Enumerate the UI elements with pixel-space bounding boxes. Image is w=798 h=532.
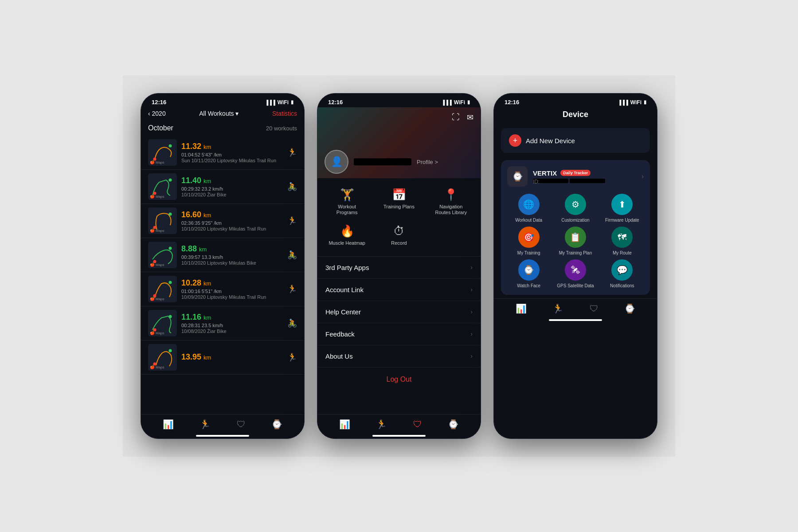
menu-help-center[interactable]: Help Center › bbox=[317, 301, 481, 323]
menu-account-link[interactable]: Account Link › bbox=[317, 279, 481, 301]
workout-type-icon: 🏃 bbox=[287, 216, 297, 226]
profile-background: ⛶ ✉ 👤 Profile > bbox=[317, 107, 481, 178]
nav-watch-1[interactable]: ⌚ bbox=[271, 419, 282, 430]
profile-link[interactable]: Profile > bbox=[417, 159, 438, 165]
workout-item[interactable]: 🍎Maps 13.95 km🏃 bbox=[141, 340, 304, 375]
time-2: 12:16 bbox=[328, 99, 343, 106]
workout-map: 🍎Maps bbox=[148, 242, 177, 268]
device-action-label-my-route: My Route bbox=[613, 250, 632, 256]
nav-stats-3[interactable]: 📊 bbox=[516, 303, 527, 314]
battery-icon-3: ▮ bbox=[644, 99, 646, 105]
quick-action-training-plans[interactable]: 📅 Training Plans bbox=[374, 184, 424, 219]
workout-meta: 02:36:35 9'25" /km bbox=[181, 220, 283, 226]
workout-item[interactable]: 🍎Maps 10.28 km01:00:16 5'51" /km10/09/20… bbox=[141, 272, 304, 306]
device-action-label-my-training: My Training bbox=[517, 250, 540, 256]
profile-info: 👤 Profile > bbox=[325, 150, 438, 174]
nav-shield-1[interactable]: 🛡 bbox=[237, 419, 246, 430]
workout-info: 13.95 km bbox=[181, 352, 283, 363]
menu-feedback[interactable]: Feedback › bbox=[317, 323, 481, 345]
svg-point-8 bbox=[169, 213, 172, 216]
back-button[interactable]: ‹ 2020 bbox=[148, 110, 166, 117]
filter-button[interactable]: All Workouts ▾ bbox=[199, 110, 239, 117]
time-1: 12:16 bbox=[152, 99, 166, 106]
workout-type-icon: 🏃 bbox=[287, 284, 297, 294]
nav-workout-1[interactable]: 🏃 bbox=[200, 419, 211, 430]
message-icon[interactable]: ✉ bbox=[467, 113, 473, 122]
device-action-label-notifications: Notifications bbox=[610, 283, 634, 289]
workout-programs-label: WorkoutPrograms bbox=[336, 204, 358, 215]
workout-item[interactable]: 🍎Maps 16.60 km02:36:35 9'25" /km10/10/20… bbox=[141, 204, 304, 238]
device-avatar: ⌚ bbox=[507, 166, 528, 187]
menu-about-us[interactable]: About Us › bbox=[317, 345, 481, 368]
device-action-workout-data[interactable]: 🌐Workout Data bbox=[507, 194, 550, 223]
workout-map: 🍎Maps bbox=[148, 310, 177, 336]
status-icons-1: ▐▐▐ WiFi ▮ bbox=[265, 99, 293, 106]
menu-label-about-us: About Us bbox=[325, 352, 353, 360]
device-action-firmware-update[interactable]: ⬆Firmware Update bbox=[601, 194, 644, 223]
workout-item[interactable]: 🍎Maps 8.88 km00:39:57 13.3 km/h10/10/202… bbox=[141, 238, 304, 272]
menu-3rd-party-apps[interactable]: 3rd Party Apps › bbox=[317, 257, 481, 279]
device-action-customization[interactable]: ⚙Customization bbox=[554, 194, 597, 223]
expand-icon[interactable]: ⛶ bbox=[452, 113, 460, 122]
device-action-my-route[interactable]: 🗺My Route bbox=[601, 227, 644, 256]
menu-list: 3rd Party Apps › Account Link › Help Cen… bbox=[317, 257, 481, 414]
device-action-my-training-plan[interactable]: 📋My Training Plan bbox=[554, 227, 597, 256]
nav-routes-label: NavigationRoutes Library bbox=[435, 204, 467, 215]
device-action-gps-satellite-data[interactable]: 🛰GPS Satellite Data bbox=[554, 259, 597, 289]
workout-info: 10.28 km01:00:16 5'51" /km10/09/2020 Lip… bbox=[181, 278, 283, 300]
workout-type-icon: 🚴 bbox=[287, 250, 297, 260]
nav-shield-2[interactable]: 🛡 bbox=[413, 419, 422, 430]
id-label: ID: bbox=[533, 179, 568, 183]
device-action-my-training[interactable]: 🎯My Training bbox=[507, 227, 550, 256]
statistics-button[interactable]: Statistics bbox=[272, 110, 297, 117]
workout-distance: 13.95 km bbox=[181, 352, 283, 362]
month-label: October bbox=[148, 124, 173, 132]
nav-workout-2[interactable]: 🏃 bbox=[376, 419, 387, 430]
nav-watch-3[interactable]: ⌚ bbox=[624, 303, 635, 314]
workout-date: 10/09/2020 Liptovsky Mikulas Trail Run bbox=[181, 294, 283, 300]
nav-stats-1[interactable]: 📊 bbox=[163, 419, 174, 430]
workout-info: 11.32 km01:04:52 5'43" /kmSun 10/11/2020… bbox=[181, 142, 283, 163]
profile-header-icons: ⛶ ✉ bbox=[452, 113, 473, 122]
workout-map: 🍎Maps bbox=[148, 173, 177, 200]
quick-action-workout-programs[interactable]: 🏋 WorkoutPrograms bbox=[322, 184, 372, 219]
workout-item[interactable]: 🍎Maps 11.32 km01:04:52 5'43" /kmSun 10/1… bbox=[141, 136, 304, 170]
daily-tracker-badge: Daily Tracker bbox=[560, 170, 591, 176]
workout-map: 🍎Maps bbox=[148, 139, 177, 166]
device-action-label-watch-face: Watch Face bbox=[517, 283, 540, 289]
workouts-header: ‹ 2020 All Workouts ▾ Statistics bbox=[141, 107, 304, 121]
workout-distance: 11.40 km bbox=[181, 176, 283, 185]
workout-date: 10/10/2020 Liptovsky Mikulas Trail Run bbox=[181, 226, 283, 231]
workout-meta: 00:28:31 23.5 km/h bbox=[181, 323, 283, 328]
svg-point-14 bbox=[169, 281, 172, 284]
workout-item[interactable]: 🍎Maps 11.40 km00:29:32 23.2 km/h10/10/20… bbox=[141, 170, 304, 204]
workout-distance: 11.32 km bbox=[181, 142, 283, 151]
chevron-feedback: › bbox=[470, 330, 473, 337]
quick-action-nav-routes[interactable]: 📍 NavigationRoutes Library bbox=[426, 184, 476, 219]
device-action-watch-face[interactable]: ⌚Watch Face bbox=[507, 259, 550, 289]
nav-watch-2[interactable]: ⌚ bbox=[448, 419, 459, 430]
logout-button[interactable]: Log Out bbox=[317, 368, 481, 391]
signal-icon-2: ▐▐▐ bbox=[441, 100, 451, 105]
avatar: 👤 bbox=[325, 150, 348, 174]
workout-meta: 01:04:52 5'43" /km bbox=[181, 152, 283, 157]
workout-item[interactable]: 🍎Maps 11.16 km00:28:31 23.5 km/h10/08/20… bbox=[141, 306, 304, 340]
id-value-redacted bbox=[570, 179, 605, 183]
quick-action-muscle-heatmap[interactable]: 🔥 Muscle Heatmap bbox=[322, 221, 372, 250]
nav-stats-2[interactable]: 📊 bbox=[339, 419, 350, 430]
battery-icon-2: ▮ bbox=[467, 99, 470, 105]
add-new-device-button[interactable]: + Add New Device bbox=[501, 128, 650, 153]
quick-action-record[interactable]: ⏱ Record bbox=[374, 221, 424, 250]
status-bar-1: 12:16 ▐▐▐ WiFi ▮ bbox=[141, 94, 304, 107]
device-action-icon-my-training-plan: 📋 bbox=[565, 227, 586, 248]
device-action-label-gps-satellite-data: GPS Satellite Data bbox=[557, 283, 594, 289]
nav-workout-3[interactable]: 🏃 bbox=[552, 303, 563, 314]
wifi-icon-3: WiFi bbox=[630, 99, 642, 106]
device-action-label-firmware-update: Firmware Update bbox=[605, 218, 639, 223]
time-3: 12:16 bbox=[505, 99, 519, 106]
workout-distance: 16.60 km bbox=[181, 210, 283, 219]
device-card-chevron[interactable]: › bbox=[642, 172, 644, 180]
record-icon: ⏱ bbox=[393, 224, 405, 238]
nav-shield-3[interactable]: 🛡 bbox=[590, 304, 598, 314]
device-action-notifications[interactable]: 💬Notifications bbox=[601, 259, 644, 289]
